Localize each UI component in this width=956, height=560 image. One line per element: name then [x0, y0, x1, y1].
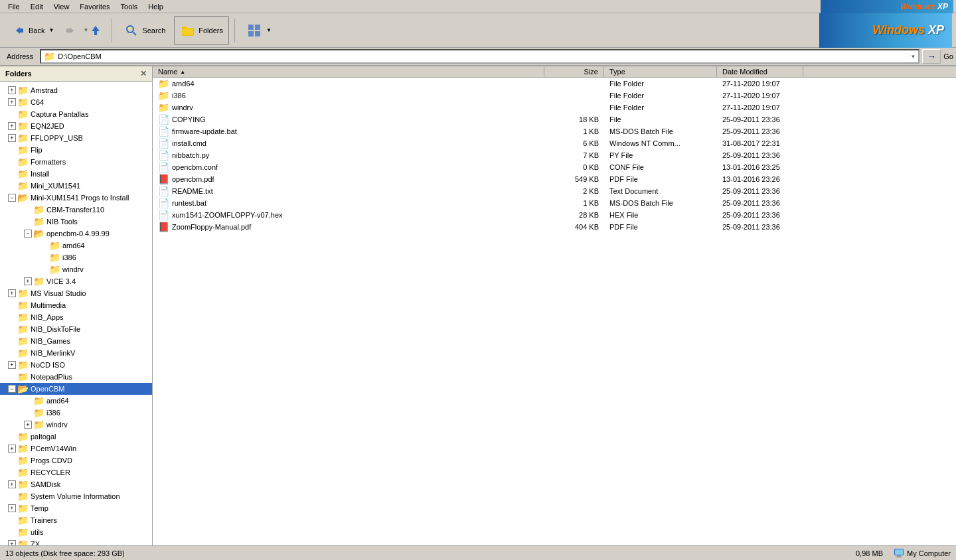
tree-item-amd64main[interactable]: 📁 amd64 — [0, 395, 152, 407]
go-button[interactable]: → — [922, 49, 941, 64]
tree-item-formatters[interactable]: 📁 Formatters — [0, 156, 152, 168]
tree-item-progscdvd[interactable]: 📁 Progs CDVD — [0, 455, 152, 466]
tree-item-nibdisktitle[interactable]: 📁 NIB_DiskToFile — [0, 323, 152, 335]
expand-icon-minixum1541progs[interactable]: − — [8, 194, 16, 202]
file-label-0: amd64 — [172, 80, 195, 88]
tree-label-eqn2jed: EQN2JED — [31, 122, 64, 130]
tree-item-opencbm[interactable]: − 📂 opencbm-0.4.99.99 — [0, 228, 152, 240]
tree-item-notepadplus[interactable]: 📁 NotepadPlus — [0, 371, 152, 383]
menu-file[interactable]: File — [3, 1, 25, 12]
file-row[interactable]: 📄 README.txt 2 KB Text Document 25-09-20… — [153, 185, 956, 197]
address-input[interactable]: 📁 D:\OpenCBM ▼ — [40, 49, 919, 64]
tree-item-i386sub[interactable]: 📁 i386 — [0, 251, 152, 263]
tree-item-nibtools[interactable]: 📁 NIB Tools — [0, 216, 152, 228]
expand-icon-c64[interactable]: + — [8, 98, 16, 106]
tree-item-pcemv14[interactable]: + 📁 PCemV14Win — [0, 443, 152, 455]
file-row[interactable]: 📕 opencbm.pdf 549 KB PDF File 13-01-2016… — [153, 173, 956, 185]
tree-item-ffloppy[interactable]: + 📁 FFLOPPY_USB — [0, 132, 152, 144]
tree-item-nibapps[interactable]: 📁 NIB_Apps — [0, 311, 152, 323]
tree-item-temp[interactable]: + 📁 Temp — [0, 502, 152, 514]
file-row[interactable]: 📄 opencbm.conf 0 KB CONF File 13-01-2016… — [153, 161, 956, 173]
tree-item-nibgames[interactable]: 📁 NIB_Games — [0, 335, 152, 347]
tree-item-vice34[interactable]: + 📁 VICE 3.4 — [0, 275, 152, 287]
file-label-10: runtest.bat — [172, 199, 206, 207]
folders-close-button[interactable]: ✕ — [140, 69, 147, 78]
col-header-name[interactable]: Name ▲ — [153, 66, 544, 77]
tree-item-opencbmmain[interactable]: − 📂 OpenCBM — [0, 383, 152, 395]
tree-item-nocdiso[interactable]: + 📁 NoCD ISO — [0, 359, 152, 371]
tree-item-trainers[interactable]: 📁 Trainers — [0, 514, 152, 526]
tree-item-minixum1541progs[interactable]: − 📂 Mini-XUM1541 Progs to Install — [0, 192, 152, 204]
views-dropdown-icon[interactable]: ▼ — [266, 27, 272, 33]
back-dropdown-icon[interactable]: ▼ — [48, 27, 54, 33]
menu-help[interactable]: Help — [143, 1, 169, 12]
col-header-date[interactable]: Date Modified — [717, 66, 803, 77]
file-row[interactable]: 📄 runtest.bat 1 KB MS-DOS Batch File 25-… — [153, 197, 956, 209]
folders-button[interactable]: Folders — [174, 16, 229, 45]
tree-item-paltogal[interactable]: 📁 paltogal — [0, 431, 152, 443]
file-row[interactable]: 📄 xum1541-ZOOMFLOPPY-v07.hex 28 KB HEX F… — [153, 209, 956, 221]
tree-item-msvisual[interactable]: + 📁 MS Visual Studio — [0, 287, 152, 299]
tree-item-sysvolinfo[interactable]: 📁 System Volume Information — [0, 490, 152, 502]
tree-item-cbmtransfer[interactable]: 📁 CBM-Transfer110 — [0, 204, 152, 216]
search-button[interactable]: Search — [118, 16, 171, 45]
file-type-7: CONF File — [604, 163, 717, 171]
expand-icon-opencbm[interactable]: − — [24, 230, 32, 238]
tree-item-samdisk[interactable]: + 📁 SAMDisk — [0, 478, 152, 490]
expand-icon-vice34[interactable]: + — [24, 277, 32, 285]
tree-item-multimedia[interactable]: 📁 Multimedia — [0, 299, 152, 311]
expand-icon-eqn2jed[interactable]: + — [8, 122, 16, 130]
folder-icon-pcemv14: 📁 — [17, 443, 29, 454]
views-button[interactable]: ▼ — [240, 16, 274, 45]
menu-view[interactable]: View — [48, 1, 75, 12]
file-list[interactable]: 📁 amd64 File Folder 27-11-2020 19:07 📁 i… — [153, 78, 956, 545]
expand-icon-windrvMain[interactable]: + — [24, 421, 32, 429]
tree-item-flip[interactable]: 📁 Flip — [0, 144, 152, 156]
menu-favorites[interactable]: Favorites — [74, 1, 115, 12]
expand-icon-temp[interactable]: + — [8, 504, 16, 512]
folders-tree[interactable]: + 📁 Amstrad + 📁 C64 📁 Captura Pantallas … — [0, 82, 152, 545]
tree-item-captura[interactable]: 📁 Captura Pantallas — [0, 108, 152, 120]
tree-item-nibmerlink[interactable]: 📁 NIB_MerlinkV — [0, 347, 152, 359]
expand-icon-pcemv14[interactable]: + — [8, 445, 16, 453]
tree-item-zx[interactable]: + 📁 ZX — [0, 538, 152, 545]
file-icon-12: 📕 — [158, 222, 169, 232]
tree-item-eqn2jed[interactable]: + 📁 EQN2JED — [0, 120, 152, 132]
menu-tools[interactable]: Tools — [116, 1, 143, 12]
forward-dropdown-icon[interactable]: ▼ — [83, 27, 88, 33]
back-button[interactable]: Back ▼ — [4, 16, 56, 45]
tree-item-i386main[interactable]: 📁 i386 — [0, 407, 152, 419]
tree-item-windrvMain[interactable]: + 📁 windrv — [0, 419, 152, 431]
forward-button[interactable]: ▼ — [58, 16, 80, 45]
file-row[interactable]: 📄 install.cmd 6 KB Windows NT Comm... 31… — [153, 137, 956, 149]
expand-icon-zx[interactable]: + — [8, 540, 16, 545]
file-row[interactable]: 📁 windrv File Folder 27-11-2020 19:07 — [153, 102, 956, 113]
tree-item-amd64sub[interactable]: 📁 amd64 — [0, 240, 152, 251]
expand-icon-samdisk[interactable]: + — [8, 480, 16, 488]
file-row[interactable]: 📁 i386 File Folder 27-11-2020 19:07 — [153, 90, 956, 102]
tree-item-amstrad[interactable]: + 📁 Amstrad — [0, 84, 152, 96]
expand-icon-opencbmmain[interactable]: − — [8, 385, 16, 393]
file-row[interactable]: 📕 ZoomFloppy-Manual.pdf 404 KB PDF File … — [153, 221, 956, 233]
file-row[interactable]: 📁 amd64 File Folder 27-11-2020 19:07 — [153, 78, 956, 90]
address-dropdown-icon[interactable]: ▼ — [910, 54, 916, 60]
tree-item-install[interactable]: 📁 Install — [0, 168, 152, 180]
file-row[interactable]: 📄 COPYING 18 KB File 25-09-2011 23:36 — [153, 113, 956, 125]
expand-icon-nocdiso[interactable]: + — [8, 361, 16, 369]
tree-item-minixum1541[interactable]: 📁 Mini_XUM1541 — [0, 180, 152, 192]
tree-item-utils[interactable]: 📁 utils — [0, 526, 152, 538]
col-header-size[interactable]: Size — [544, 66, 604, 77]
expand-icon-amstrad[interactable]: + — [8, 86, 16, 94]
expand-icon-msvisual[interactable]: + — [8, 289, 16, 297]
file-row[interactable]: 📄 firmware-update.bat 1 KB MS-DOS Batch … — [153, 125, 956, 137]
folder-icon-msvisual: 📁 — [17, 288, 29, 299]
toolbar-separator-2 — [234, 19, 235, 42]
col-header-type[interactable]: Type — [604, 66, 717, 77]
expand-icon-ffloppy[interactable]: + — [8, 134, 16, 142]
menu-edit[interactable]: Edit — [25, 1, 48, 12]
tree-item-c64[interactable]: + 📁 C64 — [0, 96, 152, 108]
tree-item-recycler[interactable]: 📁 RECYCLER — [0, 466, 152, 478]
tree-item-windrvSub[interactable]: 📁 windrv — [0, 263, 152, 275]
file-size-4: 1 KB — [544, 127, 604, 135]
file-row[interactable]: 📄 nibbatch.py 7 KB PY File 25-09-2011 23… — [153, 149, 956, 161]
